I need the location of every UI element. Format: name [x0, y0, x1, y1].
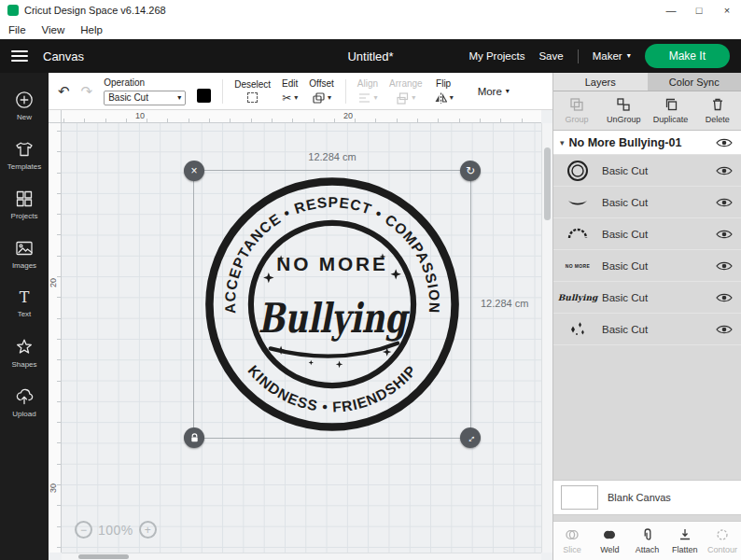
- operation-select[interactable]: Basic Cut ▾: [104, 91, 186, 105]
- vertical-scrollbar[interactable]: [541, 123, 552, 553]
- arrange-button[interactable]: Arrange ▾: [389, 78, 423, 105]
- flip-button[interactable]: Flip ▾: [434, 78, 454, 105]
- lock-handle[interactable]: [184, 427, 204, 448]
- flatten-label: Flatten: [672, 545, 698, 554]
- minimize-button[interactable]: —: [657, 0, 685, 21]
- layer-row[interactable]: Bullying Basic Cut: [553, 282, 741, 314]
- layer-row[interactable]: NO MORE Basic Cut: [553, 250, 741, 282]
- layer-row[interactable]: Basic Cut: [553, 155, 741, 187]
- tab-layers[interactable]: Layers: [553, 73, 648, 91]
- color-swatch[interactable]: [197, 89, 211, 103]
- document-title[interactable]: Untitled*: [347, 49, 393, 63]
- window-controls: — □ ×: [657, 0, 741, 21]
- layer-thumbnail-stars: [559, 317, 596, 342]
- contour-label: Contour: [707, 545, 737, 554]
- visibility-eye-icon[interactable]: [716, 229, 733, 240]
- flip-icon: [434, 91, 447, 105]
- edit-button[interactable]: Edit ✂▾: [282, 78, 298, 105]
- weld-button[interactable]: Weld: [591, 527, 628, 554]
- duplicate-label: Duplicate: [653, 115, 689, 124]
- selection-height-label: 12.284 cm: [481, 298, 528, 309]
- visibility-eye-icon[interactable]: [716, 137, 733, 148]
- sidebar-item-shapes[interactable]: Shapes: [0, 328, 49, 377]
- offset-button[interactable]: Offset ▾: [309, 78, 334, 105]
- close-button[interactable]: ×: [713, 0, 741, 21]
- sidebar-item-label: Upload: [12, 410, 35, 418]
- more-button[interactable]: More ▾: [478, 86, 510, 97]
- align-button[interactable]: Align ▾: [357, 78, 378, 105]
- resize-handle[interactable]: ↔: [460, 427, 481, 448]
- flatten-button[interactable]: Flatten: [666, 527, 704, 554]
- visibility-eye-icon[interactable]: [716, 292, 733, 303]
- visibility-eye-icon[interactable]: [716, 165, 733, 176]
- machine-select[interactable]: Maker ▾: [593, 50, 631, 62]
- sidebar-item-upload[interactable]: Upload: [0, 377, 49, 427]
- blank-canvas-row[interactable]: Blank Canvas: [553, 480, 741, 515]
- duplicate-button[interactable]: Duplicate: [648, 97, 694, 124]
- visibility-eye-icon[interactable]: [716, 324, 733, 335]
- my-projects-link[interactable]: My Projects: [468, 50, 524, 62]
- selection-width-label: 12.284 cm: [193, 151, 471, 162]
- delete-button[interactable]: Delete: [694, 97, 741, 124]
- layer-group-header[interactable]: ▾ No More Bullying-01: [553, 131, 741, 155]
- chevron-down-icon: ▾: [328, 94, 331, 102]
- paperclip-icon: [640, 527, 655, 542]
- zoom-out-button[interactable]: −: [75, 521, 92, 539]
- vertical-scrollbar-thumb[interactable]: [544, 147, 551, 220]
- layer-bottom-actions: Slice Weld Attach Flatten Contour: [553, 521, 741, 560]
- slice-button[interactable]: Slice: [553, 527, 591, 554]
- close-icon: ×: [190, 164, 197, 177]
- hamburger-menu-icon[interactable]: [11, 50, 28, 62]
- layer-label: Basic Cut: [602, 324, 710, 335]
- horizontal-scrollbar-thumb[interactable]: [78, 554, 129, 559]
- undo-button[interactable]: ↶: [58, 83, 70, 100]
- layer-thumbnail-no-more: NO MORE: [559, 254, 596, 278]
- group-button[interactable]: Group: [553, 97, 600, 124]
- app-header: Canvas Untitled* My Projects Save Maker …: [0, 39, 741, 73]
- menu-help[interactable]: Help: [80, 24, 103, 35]
- selection-box[interactable]: ACCEPTANCE • RESPECT • COMPASSION KINDNE…: [193, 170, 471, 439]
- deselect-label: Deselect: [234, 79, 271, 90]
- left-sidebar: New Templates Projects Images T Text Sha…: [0, 73, 49, 560]
- ungroup-button[interactable]: UnGroup: [600, 97, 647, 124]
- layer-row[interactable]: Basic Cut: [553, 314, 741, 345]
- canvas-label: Canvas: [43, 49, 84, 63]
- toolbar-divider: [222, 79, 223, 104]
- chevron-down-icon: ▾: [627, 52, 631, 60]
- contour-button[interactable]: Contour: [704, 527, 741, 554]
- design-no-more-bullying[interactable]: ACCEPTANCE • RESPECT • COMPASSION KINDNE…: [195, 172, 469, 437]
- visibility-eye-icon[interactable]: [716, 197, 733, 208]
- tab-color-sync[interactable]: Color Sync: [648, 73, 741, 91]
- menu-view[interactable]: View: [42, 24, 65, 35]
- attach-button[interactable]: Attach: [628, 527, 665, 554]
- delete-handle[interactable]: ×: [184, 161, 204, 181]
- sidebar-item-images[interactable]: Images: [0, 229, 49, 278]
- align-label: Align: [357, 78, 378, 89]
- lock-icon: [189, 433, 200, 443]
- more-label: More: [478, 86, 502, 97]
- visibility-eye-icon[interactable]: [716, 260, 733, 272]
- rotate-handle[interactable]: ↻: [460, 161, 481, 181]
- layer-thumbnail-arc: [559, 222, 596, 246]
- sidebar-item-new[interactable]: New: [0, 80, 49, 130]
- deselect-button[interactable]: Deselect: [234, 79, 271, 103]
- menu-file[interactable]: File: [8, 24, 26, 35]
- ruler-horizontal: 10 20: [49, 110, 541, 123]
- app-title: Cricut Design Space v6.14.268: [24, 5, 166, 16]
- make-it-button[interactable]: Make It: [645, 44, 730, 68]
- sidebar-item-projects[interactable]: Projects: [0, 179, 49, 229]
- maximize-button[interactable]: □: [685, 0, 713, 21]
- save-link[interactable]: Save: [538, 50, 563, 62]
- redo-button[interactable]: ↷: [81, 83, 93, 100]
- sidebar-item-templates[interactable]: Templates: [0, 130, 49, 179]
- horizontal-scrollbar[interactable]: [62, 553, 541, 560]
- layer-row[interactable]: Basic Cut: [553, 218, 741, 250]
- projects-grid-icon: [14, 189, 35, 209]
- zoom-in-button[interactable]: +: [139, 521, 157, 539]
- canvas-area[interactable]: 10 20 20 30 12.284 cm 12.284 cm ACCEPTAN…: [49, 110, 552, 560]
- layer-row[interactable]: Basic Cut: [553, 187, 741, 218]
- ungroup-label: UnGroup: [607, 115, 641, 124]
- sidebar-item-text[interactable]: T Text: [0, 278, 49, 328]
- blank-canvas-swatch[interactable]: [561, 485, 598, 510]
- chevron-down-icon: ▾: [560, 138, 565, 147]
